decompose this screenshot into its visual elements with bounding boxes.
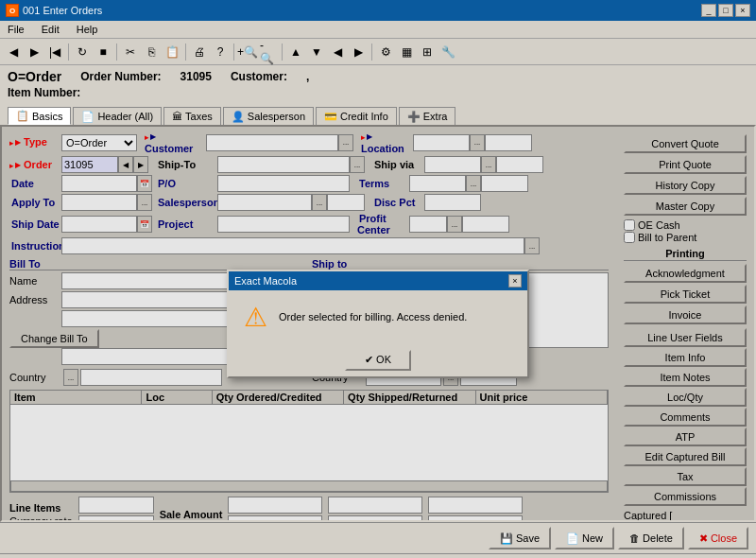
close-icon: ✖ — [699, 532, 708, 545]
tab-extra-icon: ➕ — [407, 111, 421, 123]
title-bar-left: O 001 Enter Orders — [6, 4, 102, 17]
toolbar-separator-2 — [116, 44, 117, 61]
tab-header-label: Header (All) — [97, 111, 153, 122]
bottom-buttons-bar: 💾 Save 📄 New 🗑 Delete ✖ Close — [0, 522, 756, 553]
tab-salesperson[interactable]: 👤 Salesperson — [223, 107, 314, 125]
filter-icon[interactable]: ⊞ — [418, 43, 437, 61]
new-button[interactable]: 📄 New — [555, 527, 614, 549]
tabs: 📋 Basics 📄 Header (All) 🏛 Taxes 👤 Salesp… — [0, 103, 756, 125]
tab-credit-icon: 💳 — [324, 111, 337, 123]
dialog-ok-button[interactable]: ✔ OK — [345, 350, 411, 371]
arrow-left-icon[interactable]: ◀ — [328, 43, 347, 61]
tab-header-icon: 📄 — [81, 111, 94, 123]
title-bar-controls[interactable]: _ □ × — [701, 4, 750, 17]
close-button[interactable]: ✖ Close — [688, 527, 748, 549]
tab-basics-label: Basics — [32, 111, 62, 122]
zoom-out-icon[interactable]: -🔍 — [259, 43, 278, 61]
toolbar-separator-4 — [233, 44, 234, 61]
new-icon: 📄 — [566, 532, 579, 545]
menu-edit[interactable]: Edit — [38, 23, 63, 36]
maximize-button[interactable]: □ — [718, 4, 733, 17]
item-number-label: Item Number: — [8, 86, 80, 99]
close-label: Close — [711, 532, 737, 544]
order-number-value: 31095 — [180, 70, 212, 83]
status-bar: Term - 077608 Lawn Doctor, Inc. 🌐 NDININ… — [0, 553, 756, 558]
tab-basics[interactable]: 📋 Basics — [8, 107, 71, 125]
stop-icon[interactable]: ■ — [94, 43, 112, 61]
save-button[interactable]: 💾 Save — [489, 527, 551, 549]
arrow-up-icon[interactable]: ▲ — [286, 43, 305, 61]
toolbar: ◀ ▶ |◀ ↻ ■ ✂ ⎘ 📋 🖨 ? +🔍 -🔍 ▲ ▼ ◀ ▶ ⚙ ▦ ⊞… — [0, 39, 756, 65]
paste-icon[interactable]: 📋 — [163, 43, 181, 61]
toolbar-separator-1 — [68, 44, 69, 61]
nav-forward-icon[interactable]: ▶ — [25, 43, 43, 61]
tab-extra-label: Extra — [423, 111, 448, 122]
order-header: O=Order Order Number: 31095 Customer: , … — [0, 65, 756, 103]
toolbar-separator-6 — [371, 44, 372, 61]
toolbar-separator-3 — [185, 44, 186, 61]
tab-taxes-icon: 🏛 — [172, 111, 182, 122]
order-type-label: O=Order — [8, 69, 61, 84]
bottom-buttons: 💾 Save 📄 New 🗑 Delete ✖ Close — [489, 527, 748, 549]
tab-salesperson-label: Salesperson — [248, 111, 305, 122]
save-icon: 💾 — [500, 532, 513, 545]
tab-extra[interactable]: ➕ Extra — [399, 107, 456, 125]
tools-icon[interactable]: 🔧 — [438, 43, 457, 61]
refresh-icon[interactable]: ↻ — [73, 43, 92, 61]
settings-icon[interactable]: ⚙ — [376, 43, 395, 61]
zoom-in-icon[interactable]: +🔍 — [238, 43, 257, 61]
tab-taxes[interactable]: 🏛 Taxes — [163, 107, 221, 125]
customer-value: , — [306, 70, 309, 83]
title-bar-text: 001 Enter Orders — [23, 5, 102, 16]
warning-icon: ⚠ — [244, 302, 267, 333]
minimize-button[interactable]: _ — [701, 4, 716, 17]
arrow-down-icon[interactable]: ▼ — [307, 43, 326, 61]
main-content-area: ▸ Type O=Order ▸ Customer ... ▸ Location… — [0, 125, 756, 522]
tab-header-all[interactable]: 📄 Header (All) — [73, 107, 162, 125]
delete-button[interactable]: 🗑 Delete — [618, 527, 684, 549]
tab-salesperson-icon: 👤 — [232, 111, 245, 123]
new-label: New — [582, 532, 603, 544]
arrow-right-icon[interactable]: ▶ — [349, 43, 368, 61]
dialog-message: Order selected for billing. Access denie… — [279, 311, 512, 323]
copy-icon[interactable]: ⎘ — [142, 43, 161, 61]
dialog: Exact Macola × ⚠ Order selected for bill… — [227, 270, 529, 378]
menu-file[interactable]: File — [4, 23, 28, 36]
dialog-title-text: Exact Macola — [234, 275, 297, 287]
tab-basics-icon: 📋 — [16, 110, 29, 122]
dialog-close-button[interactable]: × — [508, 274, 522, 288]
customer-label: Customer: — [231, 70, 287, 83]
menu-bar: File Edit Help — [0, 21, 756, 39]
dialog-buttons: ✔ OK — [229, 344, 527, 376]
close-window-button[interactable]: × — [735, 4, 750, 17]
delete-icon: 🗑 — [629, 532, 640, 544]
app-icon: O — [6, 4, 19, 17]
tab-taxes-label: Taxes — [185, 111, 213, 122]
tab-credit-label: Credit Info — [340, 111, 388, 122]
save-label: Save — [516, 532, 540, 544]
delete-label: Delete — [643, 532, 673, 544]
dialog-body: ⚠ Order selected for billing. Access den… — [229, 290, 527, 344]
print-icon[interactable]: 🖨 — [190, 43, 209, 61]
menu-help[interactable]: Help — [73, 23, 102, 36]
help-icon[interactable]: ? — [211, 43, 230, 61]
order-number-label: Order Number: — [80, 70, 161, 83]
tab-credit-info[interactable]: 💳 Credit Info — [316, 107, 397, 125]
cut-icon[interactable]: ✂ — [121, 43, 140, 61]
dialog-overlay: Exact Macola × ⚠ Order selected for bill… — [2, 127, 754, 520]
toolbar-separator-5 — [282, 44, 283, 61]
dialog-title-bar: Exact Macola × — [229, 271, 527, 290]
nav-first-icon[interactable]: |◀ — [45, 43, 64, 61]
title-bar: O 001 Enter Orders _ □ × — [0, 0, 756, 21]
nav-back-icon[interactable]: ◀ — [4, 43, 23, 61]
grid-icon[interactable]: ▦ — [397, 43, 416, 61]
